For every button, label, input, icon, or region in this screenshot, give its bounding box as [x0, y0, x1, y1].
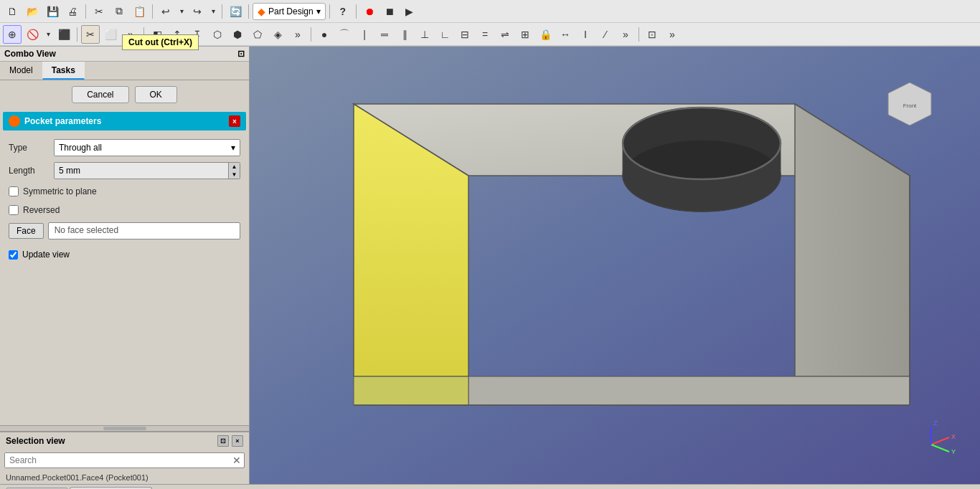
stop-button[interactable]: ⏹ — [380, 2, 399, 21]
constraint-15[interactable]: ∕ — [596, 25, 615, 44]
length-spinbox: ▲ ▼ — [54, 162, 240, 179]
constraint-14[interactable]: I — [576, 25, 595, 44]
refresh-button[interactable]: 🔄 — [226, 2, 245, 21]
update-view-checkbox[interactable] — [9, 250, 18, 260]
symmetric-row: Symmetric to plane — [9, 185, 240, 198]
task-panel: Cancel OK Pocket parameters × T — [0, 80, 249, 425]
undo-dropdown[interactable]: ▾ — [176, 2, 187, 21]
constraint-8[interactable]: ⊟ — [456, 25, 474, 44]
constraint-12[interactable]: 🔒 — [536, 25, 555, 44]
type-row: Type Through all ▾ — [9, 139, 240, 156]
constraint-13[interactable]: ↔ — [556, 25, 575, 44]
symmetric-checkbox[interactable] — [9, 186, 19, 196]
constraint-6[interactable]: ⊥ — [415, 25, 434, 44]
tab-tasks[interactable]: Tasks — [42, 62, 85, 80]
status-bar: Start page ◆ Unnamed : 1* 120.17 x 62.80… — [0, 484, 980, 489]
constraint-10[interactable]: ⇌ — [496, 25, 514, 44]
combo-view-resize[interactable]: ⊡ — [237, 49, 245, 59]
reversed-checkbox[interactable] — [9, 205, 19, 215]
separator-9 — [311, 27, 311, 42]
constraint-9[interactable]: = — [476, 25, 494, 44]
pocket-icon — [9, 115, 20, 127]
play-button[interactable]: ▶ — [400, 2, 419, 21]
paste-button[interactable]: 📋 — [130, 2, 149, 21]
extra-1[interactable]: ⊡ — [643, 25, 661, 44]
tool-1[interactable]: ◧ — [148, 25, 166, 44]
tool-6[interactable]: ⬠ — [248, 25, 267, 44]
separator-4 — [248, 4, 249, 19]
new-button[interactable]: 🗋 — [3, 2, 22, 21]
cancel-button[interactable]: Cancel — [72, 86, 128, 103]
print-button[interactable]: 🖨 — [63, 2, 82, 21]
help-button[interactable]: ? — [334, 2, 352, 21]
cut-button[interactable]: ✂ — [90, 2, 108, 21]
cutout-button[interactable]: ✂ — [81, 25, 100, 44]
length-spin-up[interactable]: ▲ — [228, 163, 240, 171]
record-button[interactable]: ⏺ — [360, 2, 379, 21]
length-input[interactable] — [55, 163, 228, 179]
separator-5 — [329, 4, 330, 19]
selection-close-icon[interactable]: × — [232, 435, 243, 447]
tab-unnamed[interactable]: ◆ Unnamed : 1* — [70, 487, 152, 490]
svg-marker-4 — [468, 376, 910, 405]
no-entry-button[interactable]: 🚫 — [23, 25, 42, 44]
tool-5[interactable]: ⬢ — [228, 25, 247, 44]
type-dropdown[interactable]: Through all ▾ — [54, 139, 240, 156]
constraint-2[interactable]: ⌒ — [335, 25, 354, 44]
separator-6 — [356, 4, 357, 19]
zoom-fit-button[interactable]: ⊕ — [3, 25, 22, 44]
constraint-11[interactable]: ⊞ — [516, 25, 534, 44]
pocket-close-button[interactable]: × — [229, 115, 240, 127]
undo-button[interactable]: ↩ — [156, 2, 175, 21]
copy-button[interactable]: ⧉ — [110, 2, 128, 21]
separator-3 — [222, 4, 222, 19]
separator-1 — [85, 4, 86, 19]
tool-4[interactable]: ⬡ — [208, 25, 227, 44]
constraint-7[interactable]: ∟ — [435, 25, 454, 44]
view-btn-2[interactable]: ⬜ — [101, 25, 120, 44]
redo-button[interactable]: ↪ — [188, 2, 207, 21]
pocket-title: Pocket parameters — [24, 116, 101, 126]
search-input[interactable] — [5, 453, 230, 467]
separator-7 — [77, 27, 77, 42]
selection-view-header: Selection view ⊡ × — [0, 431, 249, 450]
separator-2 — [152, 4, 153, 19]
separator-8 — [143, 27, 144, 42]
task-buttons-row: Cancel OK — [0, 80, 249, 109]
viewport[interactable]: Front X Y Z — [250, 47, 980, 484]
params-body: Type Through all ▾ Length ▲ ▼ — [0, 133, 249, 245]
scroll-handle[interactable] — [103, 427, 146, 430]
no-entry-dropdown[interactable]: ▾ — [43, 25, 53, 44]
tool-more[interactable]: » — [288, 25, 307, 44]
length-spin-down[interactable]: ▼ — [228, 171, 240, 179]
constraint-3[interactable]: | — [355, 25, 374, 44]
length-label: Length — [9, 166, 48, 176]
constraint-5[interactable]: ∥ — [395, 25, 414, 44]
face-display: No face selected — [48, 222, 240, 239]
tab-model[interactable]: Model — [0, 62, 42, 80]
face-button[interactable]: Face — [9, 223, 44, 239]
search-clear-button[interactable]: ✕ — [230, 453, 244, 467]
app-mode-dropdown[interactable]: ◆ Part Design ▾ — [253, 3, 326, 20]
constraint-more[interactable]: » — [616, 25, 635, 44]
constraint-1[interactable]: ● — [315, 25, 334, 44]
toolbar-row-1: 🗋 📂 💾 🖨 ✂ ⧉ 📋 ↩ ▾ ↪ ▾ 🔄 ◆ Part Design ▾ … — [0, 0, 980, 23]
ok-button[interactable]: OK — [135, 86, 177, 103]
extra-2[interactable]: » — [663, 25, 682, 44]
tool-3[interactable]: ↧ — [188, 25, 207, 44]
tool-7[interactable]: ◈ — [268, 25, 287, 44]
redo-dropdown[interactable]: ▾ — [208, 2, 218, 21]
viewport-svg: Front X Y Z — [250, 47, 980, 484]
save-button[interactable]: 💾 — [43, 2, 62, 21]
combo-view-title: Combo View — [4, 49, 56, 59]
tool-2[interactable]: ↥ — [168, 25, 187, 44]
cube-view-button[interactable]: ⬛ — [55, 25, 73, 44]
combo-view-header: Combo View ⊡ — [0, 47, 249, 62]
app-mode-icon: ◆ — [258, 6, 265, 17]
search-clear-icon: ✕ — [232, 455, 241, 466]
length-row: Length ▲ ▼ — [9, 162, 240, 179]
open-button[interactable]: 📂 — [23, 2, 42, 21]
more-btn[interactable]: » — [121, 25, 140, 44]
selection-resize-icon[interactable]: ⊡ — [217, 435, 229, 447]
constraint-4[interactable]: ═ — [375, 25, 394, 44]
